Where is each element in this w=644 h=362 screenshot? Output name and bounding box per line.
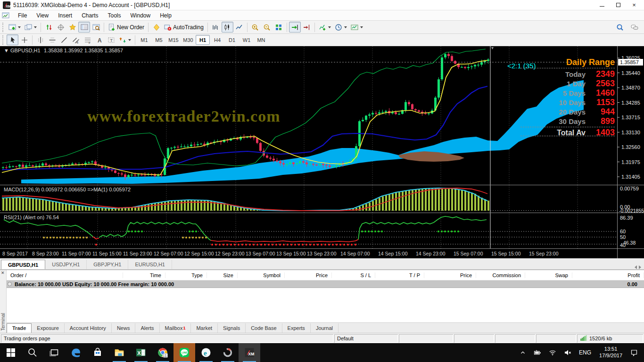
timeframe-d1[interactable]: D1 xyxy=(225,35,239,45)
metaeditor-button[interactable] xyxy=(150,22,162,33)
menu-view[interactable]: View xyxy=(32,11,53,20)
terminal-tab-news[interactable]: News xyxy=(112,323,136,333)
new-chart-button[interactable] xyxy=(7,22,23,33)
column-header-price[interactable]: Price xyxy=(424,272,476,278)
toolbar-chat-button[interactable] xyxy=(628,22,640,33)
chevron-down-icon[interactable] xyxy=(128,39,131,41)
channel-button[interactable]: E xyxy=(70,34,82,45)
trendline-button[interactable] xyxy=(58,34,70,45)
chevron-down-icon[interactable] xyxy=(18,26,21,28)
chevron-down-icon[interactable] xyxy=(328,26,331,28)
tray-action-center[interactable] xyxy=(627,343,641,362)
column-header-profit[interactable]: Profit xyxy=(572,272,644,278)
taskbar-excel[interactable]: X xyxy=(130,343,152,362)
menu-window[interactable]: Window xyxy=(126,11,156,20)
menu-charts[interactable]: Charts xyxy=(77,11,103,20)
chevron-down-icon[interactable] xyxy=(34,26,37,28)
menu-file[interactable]: File xyxy=(13,11,32,20)
tray-volume-muted[interactable] xyxy=(561,343,575,362)
timeframe-m30[interactable]: M30 xyxy=(181,35,195,45)
taskbar-start[interactable] xyxy=(0,343,22,362)
chart-tab-usdjpy[interactable]: USDJPY,H1 xyxy=(45,260,87,269)
column-header-symbol[interactable]: Symbol xyxy=(238,272,285,278)
tray-chevron-up[interactable] xyxy=(516,343,529,362)
auto-scroll-button[interactable] xyxy=(289,22,301,33)
chart-tab-eurusd[interactable]: EURUSD,H1 xyxy=(128,260,172,269)
chart-tab-gbpjpy[interactable]: GBPJPY,H1 xyxy=(87,260,128,269)
column-header-order[interactable]: Order / xyxy=(7,272,123,278)
chart-shift-button[interactable] xyxy=(301,22,313,33)
terminal-tab-code-base[interactable]: Code Base xyxy=(246,323,282,333)
zoom-in-button[interactable] xyxy=(249,22,261,33)
timeframe-w1[interactable]: W1 xyxy=(239,35,254,45)
profiles-button[interactable] xyxy=(23,22,39,33)
maximize-button[interactable] xyxy=(610,0,626,10)
toolbar-search-button[interactable] xyxy=(614,22,626,33)
periods-button[interactable] xyxy=(333,22,349,33)
column-header-swap[interactable]: Swap xyxy=(525,272,572,278)
minimize-button[interactable] xyxy=(594,0,610,10)
strategy-tester-button[interactable] xyxy=(90,22,102,33)
menu-insert[interactable]: Insert xyxy=(53,11,77,20)
taskbar-ring-app[interactable] xyxy=(217,343,239,362)
column-header-tp[interactable]: T / P xyxy=(375,272,424,278)
cursor-button[interactable] xyxy=(7,34,18,45)
hline-button[interactable] xyxy=(46,34,58,45)
column-header-commission[interactable]: Commission xyxy=(476,272,525,278)
taskbar-chrome[interactable] xyxy=(152,343,173,362)
tab-scroll-right-icon[interactable] xyxy=(639,265,641,269)
new-order-button[interactable]: New Order xyxy=(106,22,146,33)
taskbar-edge[interactable] xyxy=(65,343,87,362)
terminal-tab-experts[interactable]: Experts xyxy=(282,323,311,333)
timeframe-m1[interactable]: M1 xyxy=(137,35,151,45)
chevron-down-icon[interactable] xyxy=(344,26,347,28)
taskbar-explorer[interactable] xyxy=(108,343,130,362)
market-watch-button[interactable] xyxy=(43,22,55,33)
fibonacci-button[interactable]: F xyxy=(82,34,93,45)
timeframe-m15[interactable]: M15 xyxy=(166,35,181,45)
taskbar-task-view[interactable] xyxy=(43,343,65,362)
taskbar-xm-app[interactable]: XM xyxy=(239,343,260,362)
tray-language[interactable]: ENG xyxy=(576,343,594,362)
column-header-sl[interactable]: S / L xyxy=(332,272,375,278)
autotrading-button[interactable]: AutoTrading xyxy=(162,22,206,33)
terminal-tab-signals[interactable]: Signals xyxy=(218,323,246,333)
vline-button[interactable] xyxy=(34,34,46,45)
data-window-button[interactable] xyxy=(55,22,66,33)
chart-line-button[interactable] xyxy=(233,22,245,33)
column-header-type[interactable]: Type xyxy=(165,272,207,278)
tray-battery[interactable] xyxy=(530,343,545,362)
tile-windows-button[interactable] xyxy=(273,22,285,33)
chart-candles-button[interactable] xyxy=(222,22,233,33)
chart-area[interactable]: www.forextrader2win.com<2:1 (35)▼ GBPUSD… xyxy=(0,46,644,258)
text-tool-button[interactable]: A xyxy=(93,34,105,45)
terminal-close-icon[interactable]: ✕ xyxy=(1,271,5,275)
menu-tools[interactable]: Tools xyxy=(103,11,126,20)
navigator-button[interactable] xyxy=(66,22,78,33)
label-tool-button[interactable]: T xyxy=(105,34,117,45)
indicators-button[interactable] xyxy=(317,22,333,33)
column-header-price[interactable]: Price xyxy=(285,272,332,278)
taskbar-store[interactable] xyxy=(87,343,108,362)
crosshair-button[interactable] xyxy=(18,34,30,45)
timeframe-h1[interactable]: H1 xyxy=(196,35,210,45)
terminal-panel-button[interactable] xyxy=(78,22,90,33)
shapes-button[interactable] xyxy=(117,34,133,45)
balance-row[interactable]: Balance: 10 000.00 USD Equity: 10 000.00… xyxy=(0,280,644,288)
timeframe-mn[interactable]: MN xyxy=(254,35,268,45)
column-header-size[interactable]: Size xyxy=(207,272,238,278)
chart-tab-gbpusd[interactable]: GBPUSD,H1 xyxy=(1,260,45,269)
terminal-tab-alerts[interactable]: Alerts xyxy=(135,323,159,333)
menu-help[interactable]: Help xyxy=(155,11,176,20)
terminal-tab-market[interactable]: Market xyxy=(191,323,218,333)
tray-wifi[interactable] xyxy=(545,343,560,362)
timeframe-h4[interactable]: H4 xyxy=(210,35,224,45)
terminal-tab-mailbox[interactable]: Mailbox1 xyxy=(160,323,191,333)
terminal-tab-exposure[interactable]: Exposure xyxy=(32,323,64,333)
zoom-out-button[interactable] xyxy=(261,22,273,33)
chart-bars-button[interactable] xyxy=(210,22,222,33)
tab-scroll-left-icon[interactable] xyxy=(635,265,637,269)
taskbar-search[interactable] xyxy=(22,343,43,362)
templates-button[interactable] xyxy=(349,22,365,33)
taskbar-eset[interactable]: e xyxy=(195,343,217,362)
